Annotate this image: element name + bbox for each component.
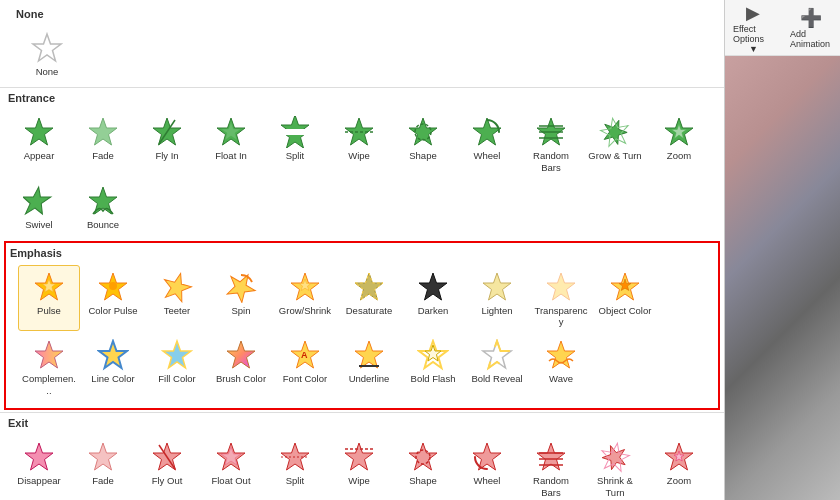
svg-marker-38 (547, 273, 575, 300)
exit-section: Exit Disappear Fade (0, 412, 724, 500)
svg-marker-0 (33, 34, 61, 61)
svg-marker-67 (537, 443, 565, 470)
anim-color-pulse[interactable]: Color Pulse (82, 265, 144, 332)
anim-wave[interactable]: Wave (530, 333, 592, 400)
effect-options-button[interactable]: ▶ Effect Options ▼ (729, 0, 778, 56)
svg-marker-24 (23, 187, 53, 214)
svg-marker-13 (409, 118, 437, 145)
anim-none[interactable]: None (16, 26, 78, 81)
anim-grow-shrink[interactable]: Grow/Shrink (274, 265, 336, 332)
anim-pulse[interactable]: Pulse (18, 265, 80, 332)
anim-random-bars-entrance[interactable]: Random Bars (520, 110, 582, 177)
anim-float-out[interactable]: Float Out (200, 435, 262, 500)
anim-fly-in[interactable]: Fly In (136, 110, 198, 177)
anim-brush-color[interactable]: Brush Color (210, 333, 272, 400)
svg-marker-66 (473, 443, 501, 470)
anim-zoom-exit[interactable]: Zoom (648, 435, 710, 500)
svg-marker-1 (25, 118, 53, 145)
svg-marker-11 (345, 118, 373, 145)
svg-marker-36 (419, 273, 447, 300)
anim-bold-flash[interactable]: Bold Flash (402, 333, 464, 400)
add-animation-button[interactable]: ➕ Add Animation (786, 5, 836, 51)
svg-marker-44 (227, 341, 255, 368)
anim-lighten[interactable]: Lighten (466, 265, 528, 332)
animation-panel: None None Entrance A (0, 0, 725, 500)
anim-fade-exit[interactable]: Fade (72, 435, 134, 500)
svg-marker-51 (483, 341, 511, 368)
exit-header: Exit (0, 412, 724, 431)
emphasis-grid: Pulse Color Pulse Tee (10, 261, 714, 405)
anim-split-exit[interactable]: Split (264, 435, 326, 500)
anim-wheel-exit[interactable]: Wheel (456, 435, 518, 500)
svg-marker-2 (89, 118, 117, 145)
svg-marker-53 (547, 341, 575, 368)
svg-marker-62 (345, 443, 373, 470)
svg-marker-42 (99, 341, 127, 368)
anim-wipe-entrance[interactable]: Wipe (328, 110, 390, 177)
svg-marker-31 (225, 271, 257, 303)
svg-point-29 (109, 282, 117, 290)
slide-preview-overlay (725, 56, 840, 500)
entrance-section: Entrance Appear Fade (0, 87, 724, 238)
svg-marker-41 (35, 341, 63, 368)
emphasis-section: Emphasis Pulse (4, 241, 720, 411)
anim-wheel-entrance[interactable]: Wheel (456, 110, 518, 177)
svg-marker-55 (89, 443, 117, 470)
emphasis-header: Emphasis (10, 247, 714, 261)
anim-complementary[interactable]: Complemen... (18, 333, 80, 400)
anim-wipe-exit[interactable]: Wipe (328, 435, 390, 500)
anim-shape-entrance[interactable]: Shape (392, 110, 454, 177)
anim-float-in[interactable]: Float In (200, 110, 262, 177)
svg-marker-20 (600, 117, 630, 147)
entrance-grid: Appear Fade Fly In (0, 106, 724, 238)
anim-desaturate[interactable]: Desaturate (338, 265, 400, 332)
none-grid: None (8, 22, 716, 85)
anim-grow-turn[interactable]: Grow & Turn (584, 110, 646, 177)
exit-grid: Disappear Fade Fly Ou (0, 431, 724, 500)
slide-preview (725, 56, 840, 500)
svg-marker-47 (355, 341, 383, 368)
svg-marker-37 (483, 273, 511, 300)
anim-fade-entrance[interactable]: Fade (72, 110, 134, 177)
none-header: None (8, 4, 716, 22)
anim-swivel-entrance[interactable]: Swivel (8, 179, 70, 234)
anim-appear[interactable]: Appear (8, 110, 70, 177)
anim-line-color[interactable]: Line Color (82, 333, 144, 400)
anim-fly-out[interactable]: Fly Out (136, 435, 198, 500)
toolbar: ▶ Effect Options ▼ ➕ Add Animation (725, 0, 840, 56)
anim-shape-exit[interactable]: Shape (392, 435, 454, 500)
svg-marker-15 (473, 118, 501, 145)
anim-fill-color[interactable]: Fill Color (146, 333, 208, 400)
effect-options-icon: ▶ (746, 2, 760, 24)
svg-marker-64 (409, 443, 437, 470)
anim-bold-reveal[interactable]: Bold Reveal (466, 333, 528, 400)
anim-random-bars-exit[interactable]: Random Bars (520, 435, 582, 500)
anim-teeter[interactable]: Teeter (146, 265, 208, 332)
svg-marker-43 (163, 341, 191, 368)
anim-transparency[interactable]: Transparency (530, 265, 592, 332)
svg-marker-71 (599, 442, 629, 472)
none-icon (29, 30, 65, 66)
svg-text:A: A (301, 350, 308, 360)
anim-object-color[interactable]: Object Color (594, 265, 656, 332)
entrance-header: Entrance (0, 87, 724, 106)
add-animation-icon: ➕ (800, 7, 822, 29)
anim-split-entrance[interactable]: Split (264, 110, 326, 177)
anim-spin[interactable]: Spin (210, 265, 272, 332)
none-section: None None (0, 0, 724, 87)
anim-bounce-entrance[interactable]: Bounce (72, 179, 134, 234)
anim-font-color[interactable]: A Font Color (274, 333, 336, 400)
anim-underline[interactable]: Underline (338, 333, 400, 400)
anim-shrink-turn[interactable]: Shrink & Turn (584, 435, 646, 500)
anim-darken[interactable]: Darken (402, 265, 464, 332)
right-panel: ▶ Effect Options ▼ ➕ Add Animation (725, 0, 840, 500)
svg-marker-30 (161, 271, 193, 303)
anim-zoom-entrance[interactable]: Zoom (648, 110, 710, 177)
anim-disappear[interactable]: Disappear (8, 435, 70, 500)
none-label: None (36, 66, 59, 77)
svg-marker-54 (25, 443, 53, 470)
